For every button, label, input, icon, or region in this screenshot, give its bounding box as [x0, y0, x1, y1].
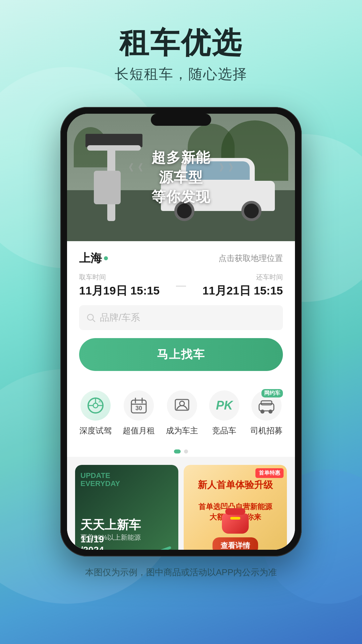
find-car-button[interactable]: 马上找车 — [79, 338, 283, 371]
hero-text-line2: 等你发现 — [124, 187, 238, 207]
dot-1 — [174, 449, 181, 453]
taxi-icon — [258, 397, 275, 414]
search-icon — [86, 313, 96, 323]
action-become-owner[interactable]: 成为车主 — [166, 390, 198, 436]
hero-text-line1: 超多新能源车型 — [146, 148, 216, 187]
hero-arrow-left: 《《 — [124, 161, 143, 174]
page-subtitle: 长短租车，随心选择 — [0, 65, 362, 84]
driver-icon-wrap: 网约车 — [251, 390, 282, 421]
owner-icon-wrap — [167, 390, 197, 421]
test-drive-label: 深度试驾 — [79, 425, 112, 436]
brand-search-input[interactable]: 品牌/车系 — [79, 305, 283, 330]
daily-new-date: 11/19/2024 — [80, 534, 104, 550]
charger-box — [94, 171, 121, 204]
phone-frame: 《《 超多新能源车型 》》 等你发现 上海 点击获取地理位置 — [60, 107, 302, 556]
svg-point-16 — [260, 410, 264, 414]
promo-cards-section: UPDATEEVERYDAY 天天上新车 覆盖90%以上新能源 11/19/20… — [67, 457, 295, 550]
lucky-bag-illustration — [219, 514, 252, 540]
svg-point-17 — [268, 410, 273, 414]
date-stripes — [152, 545, 178, 550]
promo-card-daily-new[interactable]: UPDATEEVERYDAY 天天上新车 覆盖90%以上新能源 11/19/20… — [75, 465, 178, 550]
dot-2 — [184, 449, 188, 453]
new-user-badge: 首单特惠 — [255, 468, 284, 478]
daily-new-title: 天天上新车 — [80, 518, 141, 532]
action-compare[interactable]: PK 竞品车 — [209, 390, 239, 436]
action-test-drive[interactable]: 深度试驾 — [79, 390, 112, 436]
location-dot-indicator — [104, 256, 108, 260]
driver-badge: 网约车 — [261, 389, 283, 397]
phone-notch — [151, 114, 211, 126]
compare-label: 竞品车 — [212, 425, 236, 436]
location-row: 上海 点击获取地理位置 — [79, 251, 283, 266]
svg-point-0 — [87, 314, 94, 320]
svg-point-3 — [93, 403, 98, 408]
dot-indicator — [67, 446, 295, 457]
page-title: 租车优选 — [0, 27, 362, 59]
header: 租车优选 长短租车，随心选择 — [0, 0, 362, 97]
driver-label: 司机招募 — [250, 425, 283, 436]
phone-screen: 《《 超多新能源车型 》》 等你发现 上海 点击获取地理位置 — [67, 114, 295, 550]
monthly-icon-wrap: 30 — [124, 390, 154, 421]
svg-rect-15 — [261, 401, 272, 405]
gps-button[interactable]: 点击获取地理位置 — [219, 253, 283, 264]
hero-arrow-right: 》》 — [219, 161, 238, 174]
pickup-label: 取车时间 — [79, 273, 169, 282]
calendar-icon: 30 — [130, 397, 147, 414]
test-drive-icon-wrap — [80, 390, 111, 421]
steering-wheel-icon — [87, 397, 104, 414]
quick-actions-bar: 深度试驾 30 超值月租 — [67, 380, 295, 446]
time-row: 取车时间 11月19日 15:15 — 还车时间 11月21日 15:15 — [79, 273, 283, 299]
action-driver-recruit[interactable]: 网约车 司机招募 — [250, 390, 283, 436]
return-value: 11月21日 15:15 — [193, 283, 283, 299]
return-time-section[interactable]: 还车时间 11月21日 15:15 — [193, 273, 283, 299]
action-monthly[interactable]: 30 超值月租 — [123, 390, 155, 436]
owner-icon — [173, 397, 191, 414]
pk-icon: PK — [216, 398, 233, 413]
svg-text:30: 30 — [135, 405, 142, 412]
return-label: 还车时间 — [193, 273, 283, 282]
search-panel: 上海 点击获取地理位置 取车时间 11月19日 15:15 — 还车时间 11月… — [67, 241, 295, 380]
city-name: 上海 — [79, 251, 102, 266]
car-wheel-right — [241, 201, 261, 221]
city-selector[interactable]: 上海 — [79, 251, 108, 266]
svg-line-1 — [93, 319, 95, 322]
pickup-value: 11月19日 15:15 — [79, 283, 169, 299]
hero-text-overlay: 《《 超多新能源车型 》》 等你发现 — [124, 148, 238, 207]
monthly-label: 超值月租 — [123, 425, 155, 436]
hero-banner[interactable]: 《《 超多新能源车型 》》 等你发现 — [67, 114, 295, 241]
brand-placeholder: 品牌/车系 — [100, 311, 140, 324]
update-text: UPDATEEVERYDAY — [80, 472, 120, 488]
time-divider: — — [169, 280, 193, 291]
owner-label: 成为车主 — [166, 425, 198, 436]
promo-card-new-user[interactable]: 首单特惠 新人首单体验升级 首单选凹凸自营新能源大额优惠等你来 查看详情 — [184, 465, 287, 550]
compare-icon-wrap: PK — [209, 390, 239, 421]
new-user-cta-button[interactable]: 查看详情 — [213, 537, 258, 550]
footer-disclaimer: 本图仅为示例，图中商品或活动以APP内公示为准 — [0, 556, 362, 585]
phone-mockup: 《《 超多新能源车型 》》 等你发现 上海 点击获取地理位置 — [0, 107, 362, 556]
pickup-time-section[interactable]: 取车时间 11月19日 15:15 — [79, 273, 169, 299]
new-user-title: 新人首单体验升级 — [189, 478, 282, 491]
